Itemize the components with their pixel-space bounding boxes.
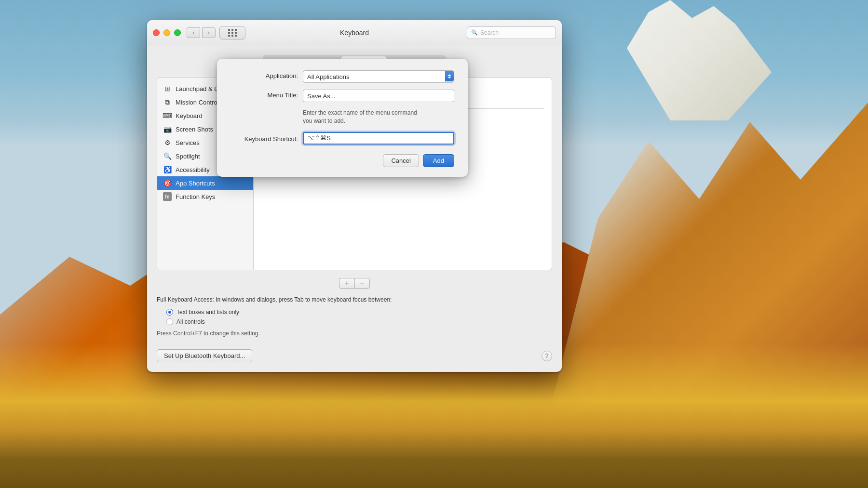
minimize-button[interactable]	[163, 29, 170, 36]
accessibility-icon: ♿	[163, 165, 172, 174]
keyboard-shortcut-input[interactable]: ⌥⇧⌘S	[303, 132, 454, 145]
remove-shortcut-button[interactable]: −	[354, 278, 370, 289]
add-shortcut-button[interactable]: +	[339, 278, 354, 289]
services-icon: ⚙	[163, 138, 172, 147]
sidebar-label-services: Services	[176, 139, 200, 146]
application-select[interactable]: All Applications	[303, 70, 454, 83]
sidebar-label-accessibility: Accessibility	[176, 166, 210, 173]
grid-dot	[235, 32, 237, 34]
bottom-area: + − Full Keyboard Access: In windows and…	[157, 278, 552, 362]
function-keys-icon: fn	[163, 192, 172, 201]
search-icon: 🔍	[471, 29, 478, 36]
forward-button[interactable]: ›	[202, 27, 216, 38]
grid-icon	[228, 29, 237, 37]
window-bottom-bar: Set Up Bluetooth Keyboard... ?	[157, 344, 552, 362]
shortcut-value: ⌥⇧⌘S	[308, 134, 331, 142]
sidebar-label-mission-control: Mission Control	[176, 99, 219, 106]
add-shortcut-modal: Application: All Applications Menu Title…	[217, 59, 468, 177]
cancel-button[interactable]: Cancel	[383, 154, 419, 167]
launchpad-icon: ⊞	[163, 84, 172, 93]
radio-label-text-boxes: Text boxes and lists only	[176, 309, 239, 316]
help-button[interactable]: ?	[542, 351, 552, 361]
modal-buttons: Cancel Add	[231, 154, 454, 167]
app-shortcuts-icon: 🎯	[163, 179, 172, 187]
control-hint: Press Control+F7 to change this setting.	[157, 330, 552, 337]
menu-title-row: Menu Title:	[231, 90, 454, 102]
search-placeholder: Search	[480, 29, 499, 36]
application-value: All Applications	[307, 73, 349, 80]
radio-circle-all-controls	[166, 318, 173, 325]
select-arrow-icon	[445, 71, 454, 81]
mission-control-icon: ⧉	[163, 98, 172, 106]
arrow-up	[448, 74, 451, 76]
screenshots-icon: 📷	[163, 125, 172, 133]
radio-label-all-controls: All controls	[176, 318, 205, 325]
radio-text-boxes[interactable]: Text boxes and lists only	[166, 309, 552, 316]
add-remove-buttons: + −	[157, 278, 552, 289]
keyboard-preferences-window: ‹ › Keyboard 🔍 Search Keyboard	[147, 20, 562, 372]
sidebar-label-function-keys: Function Keys	[176, 193, 215, 200]
keyboard-shortcut-row: Keyboard Shortcut: ⌥⇧⌘S	[231, 132, 454, 145]
grid-view-button[interactable]	[219, 26, 245, 40]
hint-line1: Enter the exact name of the menu command	[303, 109, 417, 116]
sidebar-item-app-shortcuts[interactable]: 🎯 App Shortcuts	[157, 176, 253, 190]
arrow-down	[448, 77, 451, 79]
titlebar: ‹ › Keyboard 🔍 Search	[147, 20, 562, 45]
sidebar-label-keyboard: Keyboard	[176, 112, 203, 119]
sidebar-label-app-shortcuts: App Shortcuts	[176, 180, 215, 187]
maximize-button[interactable]	[174, 29, 181, 36]
grid-dot	[228, 35, 230, 37]
modal-hint: Enter the exact name of the menu command…	[303, 109, 454, 125]
sidebar-label-screenshots: Screen Shots	[176, 126, 213, 133]
close-button[interactable]	[153, 29, 160, 36]
keyboard-icon: ⌨	[163, 111, 172, 120]
grid-dot	[235, 29, 237, 31]
add-button[interactable]: Add	[423, 154, 454, 167]
keyboard-shortcut-label: Keyboard Shortcut:	[231, 133, 298, 143]
application-row: Application: All Applications	[231, 70, 454, 83]
grid-dot	[228, 32, 230, 34]
grid-dot	[231, 35, 233, 37]
hint-line2: you want to add.	[303, 118, 345, 124]
keyboard-access-label: Full Keyboard Access: In windows and dia…	[157, 296, 552, 303]
sidebar-label-spotlight: Spotlight	[176, 153, 200, 160]
grid-dot	[228, 29, 230, 31]
grid-dot	[231, 29, 233, 31]
radio-circle-text-boxes	[166, 309, 173, 316]
radio-group: Text boxes and lists only All controls	[166, 309, 552, 325]
menu-title-label: Menu Title:	[231, 90, 298, 99]
bluetooth-keyboard-button[interactable]: Set Up Bluetooth Keyboard...	[157, 349, 252, 362]
sidebar-item-function-keys[interactable]: fn Function Keys	[157, 190, 253, 203]
radio-all-controls[interactable]: All controls	[166, 318, 552, 325]
grid-dot	[231, 32, 233, 34]
nav-buttons: ‹ ›	[187, 27, 216, 38]
traffic-lights	[153, 29, 181, 36]
window-title: Keyboard	[340, 29, 369, 37]
menu-title-input[interactable]	[303, 90, 454, 102]
search-box[interactable]: 🔍 Search	[467, 26, 556, 39]
application-label: Application:	[231, 70, 298, 79]
spotlight-icon: 🔍	[163, 152, 172, 160]
grid-dot	[235, 35, 237, 37]
back-button[interactable]: ‹	[187, 27, 200, 38]
